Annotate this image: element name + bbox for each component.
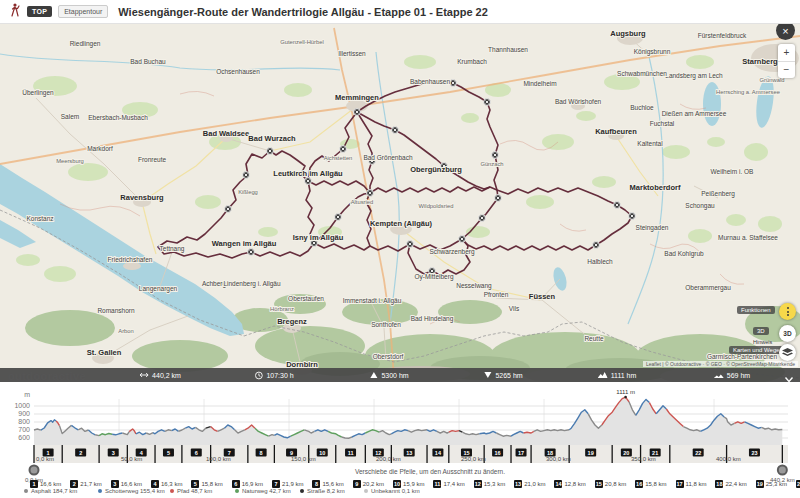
town-label: Füssen [529, 292, 556, 301]
stage-distance-item[interactable]: 616,9 km [232, 479, 263, 488]
collapse-profile-button[interactable] [784, 370, 794, 388]
waypoint-marker[interactable] [495, 195, 502, 202]
stage-badge[interactable]: 10 [317, 449, 328, 457]
chevron-down-icon [784, 375, 794, 384]
clock-icon [254, 371, 263, 380]
stage-distance-item[interactable]: 515,8 km [191, 479, 222, 488]
stage-distance-item[interactable]: 1925,3 km [756, 479, 787, 488]
stage-badge[interactable]: 6 [191, 449, 202, 457]
stage-badge[interactable]: 13 [404, 449, 415, 457]
svg-text:19: 19 [588, 450, 594, 456]
funktionen-button[interactable] [779, 303, 796, 320]
town-label: Vils [509, 305, 520, 312]
town-label: Bad Grönenbach [363, 154, 413, 161]
stage-distance-item[interactable]: 721,9 km [272, 479, 303, 488]
stage-badge[interactable]: 17 [516, 449, 527, 457]
stage-distance-item[interactable]: 1615,8 km [635, 479, 666, 488]
stage-badge[interactable]: 8 [256, 449, 267, 457]
kebab-menu-icon [787, 307, 789, 316]
town-label: Überlingen [22, 89, 54, 97]
stage-distance-item[interactable]: 316,6 km [111, 479, 142, 488]
stage-distance-item[interactable]: 416,3 km [151, 479, 182, 488]
waypoint-marker[interactable] [354, 109, 361, 116]
svg-text:13: 13 [406, 450, 412, 456]
town-label: Halblech [587, 258, 613, 265]
stage-distance-item[interactable]: 1412,8 km [554, 479, 585, 488]
waypoint-marker[interactable] [335, 214, 342, 221]
stage-distance-item[interactable]: 1015,9 km [393, 479, 424, 488]
stage-badge[interactable]: 22 [693, 449, 704, 457]
range-start-handle[interactable] [30, 466, 39, 475]
stage-distance-item[interactable]: 1520,8 km [595, 479, 626, 488]
stage-badge[interactable]: 11 [345, 449, 356, 457]
town-label: Kempten (Allgäu) [370, 219, 433, 228]
town-label: Ravensburg [120, 193, 164, 202]
stage-badge[interactable]: 2 [75, 449, 86, 457]
stage-distance-item[interactable]: 1321,0 km [514, 479, 545, 488]
svg-text:5: 5 [167, 450, 170, 456]
legend-item: Straße 8,2 km [300, 488, 345, 494]
stage-distance-item[interactable]: 1822,4 km [715, 479, 746, 488]
waypoint-marker[interactable] [225, 206, 232, 213]
layers-button[interactable] [779, 344, 796, 361]
stage-distance-item[interactable]: 1117,4 km [433, 479, 464, 488]
svg-text:3: 3 [112, 450, 115, 456]
elevation-chart[interactable]: m10009008007006001111 m12345678910111213… [0, 382, 800, 484]
legend-dot-icon [364, 489, 368, 493]
stage-badge[interactable]: 14 [432, 449, 443, 457]
town-label: Bad Kohlgrub [664, 250, 704, 258]
waypoint-marker[interactable] [248, 249, 255, 256]
waypoint-marker[interactable] [340, 146, 347, 153]
svg-text:17: 17 [518, 450, 524, 456]
town-label: St. Gallen [87, 348, 122, 357]
waypoint-marker[interactable] [492, 152, 499, 159]
town-label: Bad Wurzach [248, 134, 296, 143]
town-label: Lindenberg i. Allgäu [223, 280, 280, 288]
waypoint-marker[interactable] [479, 215, 486, 222]
town-label: Mindelheim [523, 80, 556, 87]
range-end-handle[interactable] [778, 466, 787, 475]
waypoint-marker[interactable] [305, 178, 312, 185]
y-axis-tick: 600 [18, 434, 30, 441]
stage-distance-item[interactable]: 1711,8 km [676, 479, 707, 488]
stage-badge[interactable]: 5 [163, 449, 174, 457]
waypoint-marker[interactable] [593, 242, 600, 249]
stage-distance-item[interactable]: 1215,3 km [474, 479, 505, 488]
stage-badge[interactable]: 23 [749, 449, 760, 457]
stage-distance-item[interactable]: 920,2 km [353, 479, 384, 488]
waypoint-marker[interactable] [243, 172, 250, 179]
stage-badge[interactable]: 19 [585, 449, 596, 457]
town-label: Arbon [118, 328, 133, 334]
zoom-out-button[interactable]: − [778, 62, 795, 79]
waypoint-marker[interactable] [450, 80, 457, 87]
waypoint-marker[interactable] [407, 241, 414, 248]
waypoint-marker[interactable] [392, 127, 399, 134]
waypoint-marker[interactable] [459, 236, 466, 243]
zoom-in-button[interactable]: + [778, 44, 795, 62]
hinweis-link[interactable]: Hinweis [753, 339, 772, 345]
stage-badge[interactable]: 16 [492, 449, 503, 457]
waypoint-marker[interactable] [267, 148, 274, 155]
x-axis-tick: 350,0 km [631, 456, 656, 462]
stage-distance-item[interactable]: 221,7 km [70, 479, 101, 488]
svg-text:10: 10 [319, 450, 325, 456]
y-axis-tick: 1000 [14, 402, 30, 409]
waypoint-marker[interactable] [367, 190, 374, 197]
x-axis-tick: 150,0 km [291, 456, 316, 462]
header-bar: TOP Etappentour Wiesengänger-Route der W… [0, 0, 800, 24]
stage-distance-item[interactable]: 815,6 km [312, 479, 343, 488]
stage-distance-item[interactable]: 2016,7 km [796, 479, 800, 488]
stage-badge[interactable]: 3 [108, 449, 119, 457]
three-d-button[interactable]: 3D [779, 325, 796, 342]
waypoint-marker[interactable] [629, 213, 636, 220]
map-canvas[interactable]: RiedlingenBad BuchauOchsenhausenGutenzel… [0, 24, 800, 382]
surface-segment [734, 422, 744, 424]
waypoint-marker[interactable] [484, 99, 491, 106]
stage-distance-item[interactable]: 116,6 km [30, 479, 61, 488]
stage-distances-row: 116,6 km221,7 km316,6 km416,3 km515,8 km… [30, 479, 800, 488]
surface-segment [427, 430, 437, 432]
top-badge: TOP [27, 6, 52, 17]
town-label: Oberstaufen [288, 295, 324, 302]
waypoint-marker[interactable] [614, 202, 621, 209]
y-axis-tick: 700 [18, 426, 30, 433]
